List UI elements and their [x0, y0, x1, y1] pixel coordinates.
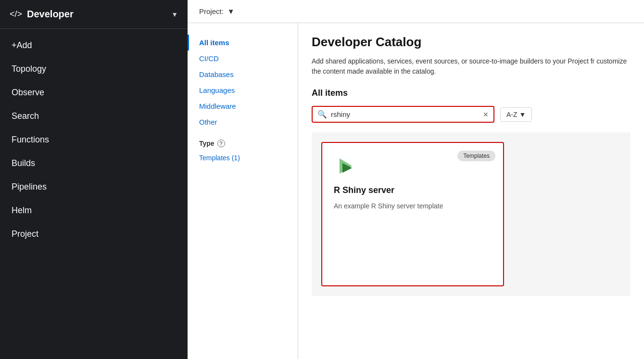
- sidebar-dropdown-icon[interactable]: ▼: [171, 11, 178, 18]
- search-box: 🔍 ✕: [312, 106, 494, 123]
- sidebar-nav: +AddTopologyObserveSearchFunctionsBuilds…: [0, 29, 188, 251]
- top-bar: Project: ▼: [188, 0, 644, 23]
- sidebar-item-functions[interactable]: Functions: [0, 128, 188, 152]
- card-icon: [334, 154, 357, 178]
- sidebar-item-project[interactable]: Project: [0, 222, 188, 246]
- sidebar-item-observe[interactable]: Observe: [0, 81, 188, 104]
- catalog-nav-middleware[interactable]: Middleware: [188, 98, 298, 114]
- catalog-main: Developer Catalog Add shared application…: [298, 23, 644, 359]
- catalog-nav-languages[interactable]: Languages: [188, 82, 298, 98]
- catalog-description: Add shared applications, services, event…: [312, 56, 631, 77]
- card-description: An example R Shiny server template: [334, 201, 492, 211]
- developer-icon: </>: [10, 9, 22, 19]
- type-section-header: Type?: [188, 130, 298, 151]
- catalog-nav-other[interactable]: Other: [188, 114, 298, 130]
- sidebar: </> Developer ▼ +AddTopologyObserveSearc…: [0, 0, 188, 359]
- catalog-nav: All itemsCI/CDDatabasesLanguagesMiddlewa…: [188, 23, 298, 359]
- sidebar-item-pipelines[interactable]: Pipelines: [0, 175, 188, 199]
- card-badge: Templates: [457, 151, 495, 161]
- content-area: All itemsCI/CDDatabasesLanguagesMiddlewa…: [188, 23, 644, 359]
- sidebar-title: Developer: [27, 9, 166, 20]
- project-label: Project:: [199, 7, 224, 15]
- sidebar-header: </> Developer ▼: [0, 0, 188, 29]
- sort-dropdown[interactable]: A-Z ▼: [500, 107, 532, 122]
- search-clear-icon[interactable]: ✕: [483, 111, 489, 118]
- catalog-nav-databases[interactable]: Databases: [188, 66, 298, 82]
- card-title: R Shiny server: [334, 185, 492, 195]
- sort-label: A-Z: [506, 111, 518, 118]
- sidebar-item-search[interactable]: Search: [0, 104, 188, 128]
- search-icon: 🔍: [317, 110, 327, 119]
- main-content: Project: ▼ All itemsCI/CDDatabasesLangua…: [188, 0, 644, 359]
- sidebar-item-builds[interactable]: Builds: [0, 152, 188, 175]
- sidebar-item-add[interactable]: +Add: [0, 34, 188, 57]
- search-row: 🔍 ✕ A-Z ▼: [312, 106, 631, 123]
- sidebar-item-helm[interactable]: Helm: [0, 199, 188, 222]
- catalog-cards: Templates R Shiny server An example R Sh…: [312, 132, 631, 296]
- type-help-icon[interactable]: ?: [217, 140, 225, 147]
- catalog-nav-ci-cd[interactable]: CI/CD: [188, 51, 298, 66]
- catalog-title: Developer Catalog: [312, 35, 631, 50]
- sort-dropdown-arrow: ▼: [519, 111, 526, 118]
- type-templates-item[interactable]: Templates (1): [188, 151, 298, 165]
- project-dropdown[interactable]: ▼: [227, 7, 235, 15]
- search-input[interactable]: [331, 110, 479, 118]
- catalog-section-title: All items: [312, 88, 631, 98]
- sidebar-item-topology[interactable]: Topology: [0, 57, 188, 81]
- catalog-nav-all-items[interactable]: All items: [188, 35, 298, 51]
- catalog-card[interactable]: Templates R Shiny server An example R Sh…: [321, 142, 504, 286]
